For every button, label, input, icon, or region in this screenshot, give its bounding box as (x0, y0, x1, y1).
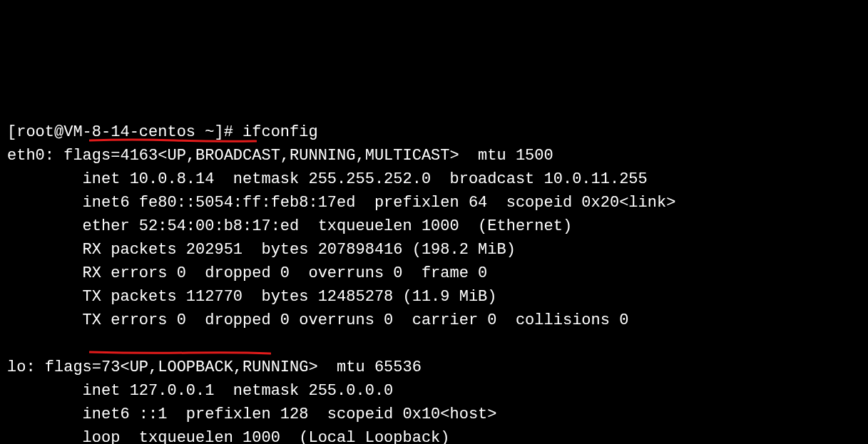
command-text: ifconfig (242, 123, 318, 141)
annotation-underline-icon (89, 91, 257, 95)
eth0-header: eth0: flags=4163<UP,BROADCAST,RUNNING,MU… (7, 147, 553, 165)
terminal-output[interactable]: [root@VM-8-14-centos ~]# ifconfig eth0: … (0, 118, 868, 444)
eth0-tx-packets: TX packets 112770 bytes 12485278 (11.9 M… (7, 288, 497, 306)
eth0-tx-errors: TX errors 0 dropped 0 overruns 0 carrier… (7, 311, 628, 329)
eth0-rx-errors: RX errors 0 dropped 0 overruns 0 frame 0 (7, 264, 487, 282)
lo-inet: inet 127.0.0.1 netmask 255.0.0.0 (7, 382, 393, 400)
lo-inet6: inet6 ::1 prefixlen 128 scopeid 0x10<hos… (7, 406, 497, 423)
eth0-inet: inet 10.0.8.14 netmask 255.255.252.0 bro… (7, 170, 648, 188)
shell-prompt: [root@VM-8-14-centos ~]# (7, 123, 242, 141)
eth0-rx-packets: RX packets 202951 bytes 207898416 (198.2… (7, 241, 516, 259)
eth0-inet6: inet6 fe80::5054:ff:feb8:17ed prefixlen … (7, 194, 675, 212)
lo-header: lo: flags=73<UP,LOOPBACK,RUNNING> mtu 65… (7, 358, 422, 376)
eth0-ether: ether 52:54:00:b8:17:ed txqueuelen 1000 … (7, 217, 572, 235)
lo-loop: loop txqueuelen 1000 (Local Loopback) (7, 429, 450, 444)
